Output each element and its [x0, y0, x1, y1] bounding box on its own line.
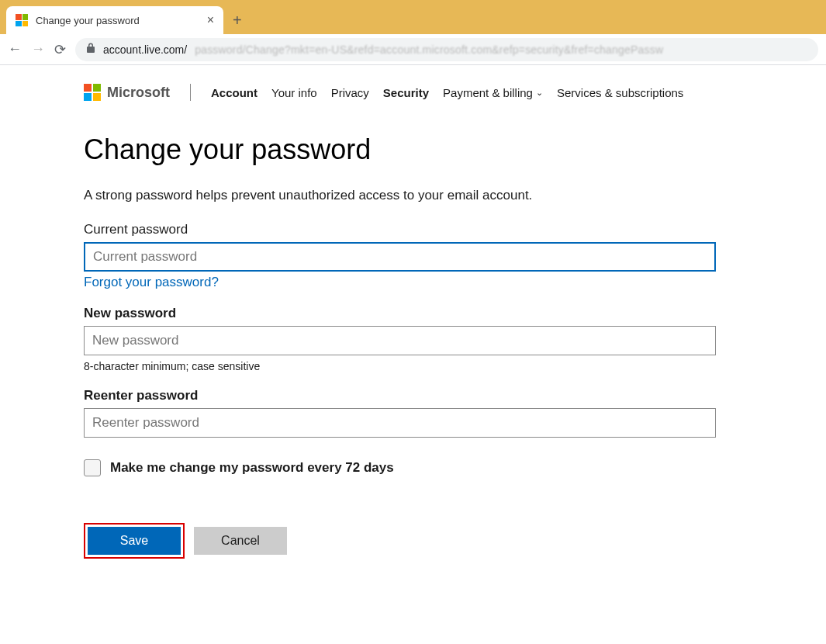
new-password-input[interactable] [84, 326, 716, 355]
ms-logo-icon [84, 84, 101, 101]
nav-payment-billing[interactable]: Payment & billing ⌄ [443, 86, 543, 99]
url-blurred: password/Change?mkt=en-US&refd=account.m… [195, 43, 663, 56]
nav-security[interactable]: Security [383, 86, 429, 99]
ms-logo-icon [16, 14, 28, 26]
forgot-password-link[interactable]: Forgot your password? [84, 275, 219, 290]
browser-tab[interactable]: Change your password × [6, 6, 223, 34]
site-nav: Microsoft Account Your info Privacy Secu… [0, 84, 826, 115]
nav-divider [190, 84, 191, 101]
new-password-label: New password [84, 306, 742, 321]
change-every-72-days-checkbox[interactable] [84, 459, 101, 476]
browser-chrome: Change your password × + [0, 0, 826, 34]
forward-icon[interactable]: → [31, 41, 45, 57]
new-tab-button[interactable]: + [233, 12, 242, 29]
address-bar[interactable]: account.live.com/ password/Change?mkt=en… [75, 38, 818, 61]
reenter-password-group: Reenter password [84, 388, 742, 438]
page-title: Change your password [84, 133, 742, 166]
nav-services-subscriptions[interactable]: Services & subscriptions [557, 86, 683, 99]
current-password-input[interactable] [84, 242, 716, 272]
nav-payment-billing-label: Payment & billing [443, 86, 533, 99]
tab-title: Change your password [36, 15, 199, 26]
reenter-password-input[interactable] [84, 408, 716, 438]
reload-icon[interactable]: ⟳ [54, 41, 66, 58]
password-hint: 8-character minimum; case sensitive [84, 360, 742, 372]
change-every-72-days-row: Make me change my password every 72 days [84, 459, 742, 476]
reenter-password-label: Reenter password [84, 388, 742, 403]
nav-privacy[interactable]: Privacy [331, 86, 369, 99]
main-content: Change your password A strong password h… [0, 133, 826, 559]
close-icon[interactable]: × [207, 14, 214, 26]
save-highlight: Save [84, 523, 185, 559]
action-buttons: Save Cancel [84, 523, 742, 559]
browser-toolbar: ← → ⟳ account.live.com/ password/Change?… [0, 34, 826, 65]
lock-icon [86, 43, 95, 56]
current-password-group: Current password Forgot your password? [84, 222, 742, 290]
nav-account[interactable]: Account [211, 86, 257, 99]
url-text: account.live.com/ [103, 43, 187, 56]
nav-your-info[interactable]: Your info [271, 86, 317, 99]
chevron-down-icon: ⌄ [536, 88, 543, 98]
new-password-group: New password 8-character minimum; case s… [84, 306, 742, 372]
brand-text: Microsoft [107, 85, 170, 101]
back-icon[interactable]: ← [8, 41, 22, 57]
page-subtitle: A strong password helps prevent unauthor… [84, 188, 742, 203]
cancel-button[interactable]: Cancel [194, 527, 287, 555]
save-button[interactable]: Save [88, 527, 181, 555]
ms-logo[interactable]: Microsoft [84, 84, 170, 101]
current-password-label: Current password [84, 222, 742, 237]
change-every-72-days-label: Make me change my password every 72 days [110, 460, 394, 476]
